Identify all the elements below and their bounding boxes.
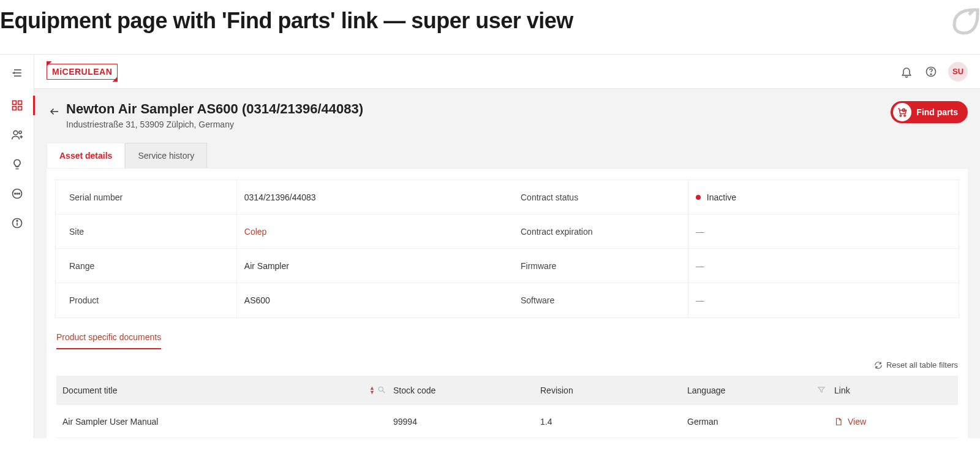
doc-stock: 99994 (393, 417, 417, 427)
col-header-revision[interactable]: Revision (540, 385, 573, 395)
doc-view-label: View (848, 417, 866, 427)
detail-label: Product (56, 295, 236, 305)
detail-label: Contract status (507, 192, 688, 202)
svg-point-21 (900, 115, 902, 117)
reset-filters-label: Reset all table filters (886, 360, 958, 370)
page-heading: Equipment page with 'Find parts' link — … (0, 8, 573, 34)
user-avatar[interactable]: SU (948, 62, 968, 82)
svg-rect-3 (12, 101, 16, 105)
asset-details-grid: Serial number0314/21396/44083 Contract s… (55, 180, 959, 318)
doc-language: German (687, 417, 718, 427)
svg-point-22 (904, 115, 906, 117)
detail-label: Contract expiration (507, 227, 688, 237)
doc-view-link[interactable]: View (834, 417, 866, 427)
col-header-title[interactable]: Document title (62, 385, 117, 395)
bell-icon[interactable] (899, 64, 914, 79)
tab-service-history[interactable]: Service history (125, 143, 207, 168)
brand-logo[interactable]: MiCERULEAN (47, 64, 118, 80)
svg-point-24 (379, 387, 383, 391)
detail-label: Serial number (56, 192, 236, 202)
refresh-icon (874, 361, 883, 370)
pdf-icon (834, 417, 843, 426)
svg-point-19 (930, 74, 932, 75)
svg-point-7 (13, 131, 18, 135)
svg-rect-6 (18, 107, 21, 110)
cart-gear-icon (893, 103, 911, 121)
col-header-link: Link (834, 385, 850, 395)
equipment-address: Industriestraße 31, 53909 Zülpich, Germa… (66, 120, 891, 129)
equipment-title: Newton Air Sampler AS600 (0314/21396/440… (66, 101, 891, 117)
svg-line-25 (383, 390, 385, 393)
doc-title: Air Sampler User Manual (62, 417, 158, 427)
search-icon[interactable] (377, 385, 386, 396)
detail-value: — (688, 249, 959, 283)
tab-asset-details[interactable]: Asset details (47, 143, 125, 168)
detail-value: AS600 (236, 283, 507, 317)
leaf-logo-icon (951, 6, 980, 36)
detail-label: Site (56, 227, 236, 237)
doc-table-row: Air Sampler User Manual 99994 1.4 German… (56, 405, 958, 438)
doc-section-tab[interactable]: Product specific documents (56, 332, 161, 349)
detail-label: Range (56, 261, 236, 271)
svg-point-17 (17, 220, 18, 221)
detail-value: — (688, 283, 959, 317)
detail-value: 0314/21396/44083 (236, 180, 507, 214)
doc-table-header: Document title ▲▼ Stock code Revision La… (56, 376, 958, 405)
svg-point-14 (18, 193, 20, 194)
topbar: MiCERULEAN SU (34, 55, 980, 89)
reset-filters-link[interactable]: Reset all table filters (874, 360, 958, 370)
sidebar-item-chat[interactable] (5, 184, 29, 203)
svg-rect-4 (18, 101, 21, 105)
svg-point-13 (17, 193, 18, 194)
back-arrow-icon[interactable] (47, 104, 62, 120)
site-link[interactable]: Colep (236, 215, 507, 248)
detail-label: Software (507, 295, 688, 305)
help-icon[interactable] (924, 64, 938, 79)
sort-icon[interactable]: ▲▼ (369, 386, 375, 395)
filter-icon[interactable] (817, 385, 826, 396)
sidebar-item-info[interactable] (5, 214, 29, 232)
sidebar-item-dashboard[interactable] (5, 96, 29, 115)
status-dot-icon (696, 195, 701, 200)
svg-rect-5 (12, 107, 16, 110)
brand-prefix: Mi (52, 67, 62, 77)
detail-value: — (688, 215, 959, 248)
brand-name: CERULEAN (62, 67, 113, 77)
find-parts-label: Find parts (916, 107, 958, 117)
sidebar-item-users[interactable] (5, 126, 29, 144)
svg-point-8 (18, 131, 21, 134)
sidebar-item-insights[interactable] (5, 155, 29, 173)
col-header-language[interactable]: Language (687, 385, 725, 395)
collapse-menu-icon[interactable] (5, 61, 29, 85)
svg-point-12 (14, 193, 15, 194)
sidebar-rail (0, 55, 34, 438)
detail-value: Air Sampler (236, 249, 507, 283)
detail-value: Inactive (688, 180, 959, 214)
doc-revision: 1.4 (540, 417, 552, 427)
status-text: Inactive (707, 192, 736, 202)
col-header-stock[interactable]: Stock code (393, 385, 435, 395)
find-parts-button[interactable]: Find parts (891, 101, 968, 123)
detail-label: Firmware (507, 261, 688, 271)
